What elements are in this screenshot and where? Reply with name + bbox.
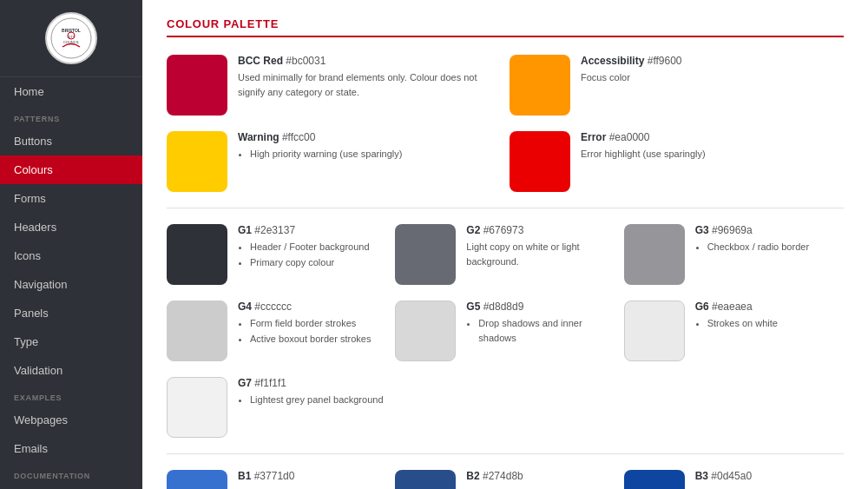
color-desc-g5: Drop shadows and inner shadows xyxy=(466,316,615,345)
sidebar: BRISTOL CITY COUNCIL HomePATTERNSButtons… xyxy=(0,0,142,489)
sidebar-item-panels[interactable]: Panels xyxy=(0,299,142,327)
color-card-g3: G3 #96969aCheckbox / radio border xyxy=(624,224,844,285)
color-name-g1: G1 #2e3137 xyxy=(238,224,386,236)
sidebar-item-forms[interactable]: Forms xyxy=(0,184,142,213)
color-desc-bcc-red: Used minimally for brand elements only. … xyxy=(238,70,501,99)
color-name-warning: Warning #ffcc00 xyxy=(238,131,501,143)
color-swatch-g5 xyxy=(395,301,456,361)
sidebar-item-validation[interactable]: Validation xyxy=(0,356,142,385)
color-name-g3: G3 #96969a xyxy=(695,224,844,236)
color-desc-warning: High priority warning (use sparingly) xyxy=(238,147,501,162)
color-card-g2: G2 #676973Light copy on white or light b… xyxy=(395,224,615,285)
palette-container: BCC Red #bc0031Used minimally for brand … xyxy=(167,55,844,489)
sidebar-item-home[interactable]: Home xyxy=(0,77,142,106)
color-name-bcc-red: BCC Red #bc0031 xyxy=(238,55,501,67)
color-name-g5: G5 #d8d8d9 xyxy=(466,301,615,313)
color-info-g5: G5 #d8d8d9Drop shadows and inner shadows xyxy=(466,301,615,346)
color-info-g4: G4 #ccccccForm field border strokesActiv… xyxy=(238,301,386,347)
color-swatch-g4 xyxy=(167,301,227,361)
color-name-g4: G4 #cccccc xyxy=(238,301,386,313)
sidebar-item-getting-started[interactable]: Getting started xyxy=(0,484,142,489)
color-desc-b2: Secondary CTA button background xyxy=(466,486,615,489)
color-card-g7: G7 #f1f1f1Lightest grey panel background xyxy=(167,377,844,438)
sidebar-section-label: EXAMPLES xyxy=(0,385,142,406)
color-name-b3: B3 #0d45a0 xyxy=(695,470,844,482)
color-info-warning: Warning #ffcc00High priority warning (us… xyxy=(238,131,501,162)
color-name-g6: G6 #eaeaea xyxy=(695,301,844,313)
color-info-accessibility: Accessibility #ff9600Focus color xyxy=(581,55,844,85)
color-swatch-b2 xyxy=(395,470,456,489)
color-name-b2: B2 #274d8b xyxy=(466,470,615,482)
color-card-g6: G6 #eaeaeaStrokes on white xyxy=(624,301,844,361)
color-swatch-b1 xyxy=(167,470,227,489)
color-swatch-accessibility xyxy=(510,55,570,116)
color-desc-accessibility: Focus color xyxy=(581,70,844,85)
sidebar-item-navigation[interactable]: Navigation xyxy=(0,270,142,299)
color-card-g5: G5 #d8d8d9Drop shadows and inner shadows xyxy=(395,301,615,361)
color-name-b1: B1 #3771d0 xyxy=(238,470,386,482)
color-info-g1: G1 #2e3137Header / Footer backgroundPrim… xyxy=(238,224,386,270)
color-swatch-g6 xyxy=(624,301,685,361)
color-row-1: BCC Red #bc0031Used minimally for brand … xyxy=(167,55,844,116)
sidebar-nav: HomePATTERNSButtonsColoursFormsHeadersIc… xyxy=(0,77,142,489)
color-card-b3: B3 #0d45a0Text link xyxy=(624,470,844,489)
color-row-4: G4 #ccccccForm field border strokesActiv… xyxy=(167,301,844,361)
color-row-5: G7 #f1f1f1Lightest grey panel background xyxy=(167,377,844,438)
color-desc-b1: Primary CTA button background xyxy=(238,486,386,489)
color-card-g4: G4 #ccccccForm field border strokesActiv… xyxy=(167,301,386,361)
color-desc-g2: Light copy on white or light background. xyxy=(466,240,615,268)
color-info-g6: G6 #eaeaeaStrokes on white xyxy=(695,301,844,332)
color-swatch-error xyxy=(510,131,570,192)
sidebar-item-type[interactable]: Type xyxy=(0,327,142,356)
main-content: COLOUR PALETTE BCC Red #bc0031Used minim… xyxy=(142,0,868,489)
sidebar-section-label: PATTERNS xyxy=(0,106,142,127)
color-info-g7: G7 #f1f1f1Lightest grey panel background xyxy=(238,377,844,408)
color-desc-g6: Strokes on white xyxy=(695,316,844,331)
color-swatch-g1 xyxy=(167,224,227,285)
color-row-3: G1 #2e3137Header / Footer backgroundPrim… xyxy=(167,224,844,285)
sidebar-section-label: DOCUMENTATION xyxy=(0,463,142,484)
color-card-bcc-red: BCC Red #bc0031Used minimally for brand … xyxy=(167,55,501,116)
color-info-g3: G3 #96969aCheckbox / radio border xyxy=(695,224,844,255)
sidebar-item-emails[interactable]: Emails xyxy=(0,434,142,463)
color-card-error: Error #ea0000Error highlight (use sparin… xyxy=(510,131,844,192)
color-name-g2: G2 #676973 xyxy=(466,224,615,236)
color-row-2: Warning #ffcc00High priority warning (us… xyxy=(167,131,844,192)
color-swatch-warning xyxy=(167,131,227,192)
sidebar-item-webpages[interactable]: Webpages xyxy=(0,406,142,434)
logo-container: BRISTOL CITY COUNCIL xyxy=(0,0,142,77)
color-swatch-b3 xyxy=(624,470,685,489)
sidebar-item-buttons[interactable]: Buttons xyxy=(0,127,142,155)
color-swatch-g7 xyxy=(167,377,227,438)
sidebar-item-headers[interactable]: Headers xyxy=(0,213,142,241)
color-name-error: Error #ea0000 xyxy=(581,131,844,143)
page-title: COLOUR PALETTE xyxy=(167,17,844,37)
color-row-6: B1 #3771d0Primary CTA button backgroundB… xyxy=(167,470,844,489)
color-info-bcc-red: BCC Red #bc0031Used minimally for brand … xyxy=(238,55,501,99)
color-desc-g4: Form field border strokesActive boxout b… xyxy=(238,316,386,346)
color-desc-g3: Checkbox / radio border xyxy=(695,240,844,254)
color-name-accessibility: Accessibility #ff9600 xyxy=(581,55,844,67)
color-desc-error: Error highlight (use sparingly) xyxy=(581,147,844,162)
color-card-warning: Warning #ffcc00High priority warning (us… xyxy=(167,131,501,192)
color-swatch-g3 xyxy=(624,224,685,285)
color-info-error: Error #ea0000Error highlight (use sparin… xyxy=(581,131,844,162)
logo: BRISTOL CITY COUNCIL xyxy=(45,12,97,64)
color-desc-g1: Header / Footer backgroundPrimary copy c… xyxy=(238,240,386,269)
color-card-b2: B2 #274d8bSecondary CTA button backgroun… xyxy=(395,470,615,489)
color-name-g7: G7 #f1f1f1 xyxy=(238,377,844,389)
sidebar-item-colours[interactable]: Colours xyxy=(0,155,142,184)
sidebar-item-icons[interactable]: Icons xyxy=(0,241,142,270)
color-desc-b3: Text link xyxy=(695,486,844,489)
color-info-b2: B2 #274d8bSecondary CTA button backgroun… xyxy=(466,470,615,489)
color-info-b1: B1 #3771d0Primary CTA button background xyxy=(238,470,386,489)
color-card-b1: B1 #3771d0Primary CTA button background xyxy=(167,470,386,489)
color-card-g1: G1 #2e3137Header / Footer backgroundPrim… xyxy=(167,224,386,285)
color-info-g2: G2 #676973Light copy on white or light b… xyxy=(466,224,615,268)
color-card-accessibility: Accessibility #ff9600Focus color xyxy=(510,55,844,116)
color-swatch-g2 xyxy=(395,224,456,285)
color-desc-g7: Lightest grey panel background xyxy=(238,393,844,407)
color-info-b3: B3 #0d45a0Text link xyxy=(695,470,844,489)
color-swatch-bcc-red xyxy=(167,55,227,116)
